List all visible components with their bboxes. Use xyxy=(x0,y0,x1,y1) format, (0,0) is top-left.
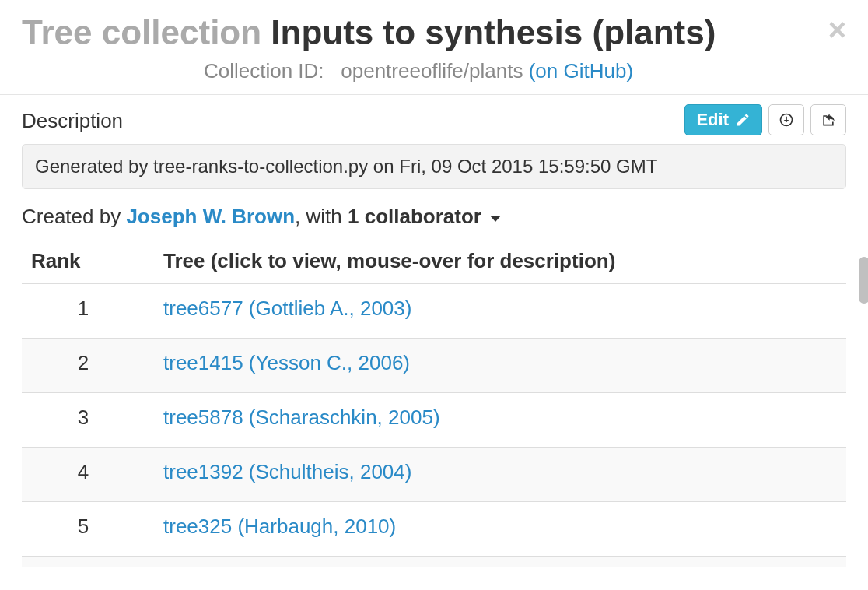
tree-link[interactable]: tree5878 (Scharaschkin, 2005) xyxy=(163,406,440,429)
creator-line: Created by Joseph W. Brown, with 1 colla… xyxy=(22,205,846,229)
rank-cell: 1 xyxy=(22,283,154,339)
rank-cell: 5 xyxy=(22,502,154,557)
creator-middle: , with xyxy=(295,205,348,228)
share-button[interactable] xyxy=(810,104,846,135)
rank-cell: 4 xyxy=(22,448,154,502)
edit-button[interactable]: Edit xyxy=(684,104,762,135)
collection-id-label: Collection ID: xyxy=(204,59,324,83)
edit-icon xyxy=(735,112,751,128)
close-icon[interactable]: × xyxy=(828,22,846,37)
tree-link[interactable]: tree6577 (Gottlieb A., 2003) xyxy=(163,297,411,320)
tree-link[interactable]: tree325 (Harbaugh, 2010) xyxy=(163,514,396,538)
scrollbar-track[interactable] xyxy=(856,257,868,590)
share-icon xyxy=(821,112,836,128)
table-row: 5 tree325 (Harbaugh, 2010) xyxy=(22,502,846,557)
rank-cell: 2 xyxy=(22,339,154,393)
creator-link[interactable]: Joseph W. Brown xyxy=(126,205,295,228)
action-buttons: Edit xyxy=(684,104,846,135)
table-row: 1 tree6577 (Gottlieb A., 2003) xyxy=(22,283,846,339)
collaborator-dropdown[interactable]: 1 collaborator xyxy=(348,205,501,228)
collection-id-line: Collection ID: opentreeoflife/plants (on… xyxy=(22,59,846,83)
title-prefix: Tree collection xyxy=(22,13,261,51)
creator-prefix: Created by xyxy=(22,205,126,228)
collaborator-count: 1 collaborator xyxy=(348,205,481,228)
description-box: Generated by tree-ranks-to-collection.py… xyxy=(22,144,846,189)
table-row: 2 tree1415 (Yesson C., 2006) xyxy=(22,339,846,393)
table-row: 6 tree2265 (Xiang C., 2012) xyxy=(22,557,846,567)
download-button[interactable] xyxy=(768,104,804,135)
github-link[interactable]: (on GitHub) xyxy=(529,59,633,83)
table-row: 3 tree5878 (Scharaschkin, 2005) xyxy=(22,393,846,448)
tree-link[interactable]: tree1415 (Yesson C., 2006) xyxy=(163,351,410,374)
modal-body: Edit Description Generated by tree-ranks… xyxy=(0,95,868,567)
collection-id-value: opentreeoflife/plants xyxy=(341,59,523,83)
title-main: Inputs to synthesis (plants) xyxy=(271,13,716,51)
download-icon xyxy=(779,112,794,128)
modal-title: Tree collection Inputs to synthesis (pla… xyxy=(22,14,846,51)
tree-table: Rank Tree (click to view, mouse-over for… xyxy=(22,240,846,567)
modal-header: × Tree collection Inputs to synthesis (p… xyxy=(0,0,868,95)
tree-link[interactable]: tree1392 (Schultheis, 2004) xyxy=(163,460,411,483)
column-header-tree: Tree (click to view, mouse-over for desc… xyxy=(154,240,846,283)
table-row: 4 tree1392 (Schultheis, 2004) xyxy=(22,448,846,502)
scrollbar-thumb[interactable] xyxy=(859,257,868,304)
caret-down-icon xyxy=(490,216,501,222)
edit-button-label: Edit xyxy=(696,110,729,130)
column-header-rank: Rank xyxy=(22,240,154,283)
rank-cell: 3 xyxy=(22,393,154,448)
rank-cell: 6 xyxy=(22,557,154,567)
tree-table-container: Rank Tree (click to view, mouse-over for… xyxy=(22,240,846,567)
